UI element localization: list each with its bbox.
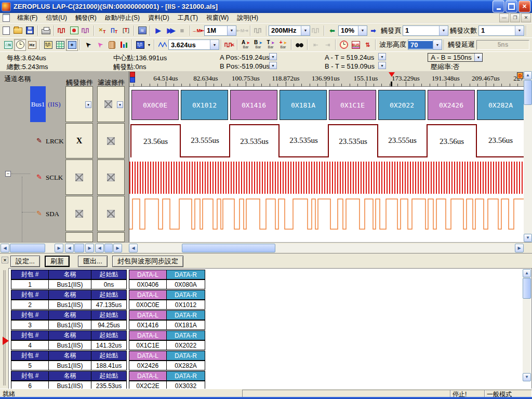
scroll-down-button[interactable]: ▼ bbox=[524, 234, 532, 242]
list-view-button[interactable] bbox=[54, 39, 66, 51]
hand-tool-button[interactable] bbox=[106, 39, 118, 51]
waveform-hscrollbar[interactable]: ◀ ▶ bbox=[129, 244, 524, 252]
bus-segment[interactable]: 0X0C0E bbox=[131, 90, 179, 120]
scroll-thumb[interactable] bbox=[182, 244, 275, 252]
packet-data-row[interactable]: 4 Bus1(IIS) 141.32us 0X1C1E 0X2022 bbox=[11, 340, 205, 350]
waveform-vertical-scrollbar[interactable]: ▲ ▼ bbox=[524, 71, 532, 242]
scroll-left-button[interactable]: ◀ bbox=[129, 244, 138, 252]
find-previous-button[interactable]: ⇤ bbox=[310, 39, 322, 51]
bus-segment[interactable]: 0X181A bbox=[280, 90, 327, 120]
trigger-width-button[interactable]: [T] bbox=[120, 24, 132, 36]
goto-a-bar-button[interactable]: A➤Bar bbox=[240, 38, 252, 51]
time-display-button[interactable] bbox=[14, 39, 26, 51]
scroll-thumb[interactable] bbox=[524, 80, 532, 105]
scroll-right-button[interactable]: ▶ bbox=[113, 244, 122, 252]
scroll-up-button[interactable]: ▲ bbox=[523, 269, 531, 277]
chevron-down-icon[interactable]: ▼ bbox=[439, 26, 448, 35]
a-b-selector[interactable]: A - B = 150ns ▼ bbox=[428, 53, 483, 62]
scroll-left-button[interactable]: ◀ bbox=[95, 244, 104, 252]
sda-filter-cell[interactable] bbox=[97, 196, 125, 231]
scroll-thumb[interactable] bbox=[523, 278, 531, 299]
filter-hscrollbar[interactable]: ◀ ▶ bbox=[95, 244, 122, 252]
lrck-filter-cell[interactable] bbox=[97, 123, 125, 158]
splitter-grip[interactable] bbox=[3, 270, 6, 385]
waveform-height-combo[interactable]: 70 ▼ bbox=[408, 39, 442, 50]
bus-segment[interactable]: 0X1012 bbox=[181, 90, 228, 120]
trigger-pos-left-button[interactable]: ⬅ bbox=[326, 24, 338, 36]
frequency-display-button[interactable]: Hz bbox=[26, 39, 38, 51]
search-button[interactable] bbox=[294, 39, 305, 51]
packet-refresh-button[interactable]: 刷新 bbox=[45, 256, 70, 267]
run-repeat-button[interactable]: ▶▶ bbox=[164, 24, 176, 36]
home-button[interactable]: ⌂N bbox=[2, 39, 14, 51]
trigger-position-combo[interactable]: 10% ▼ bbox=[338, 25, 367, 36]
trigger-hscrollbar[interactable]: ◀ ▶ bbox=[65, 244, 94, 252]
waveform-area[interactable]: 64.514us 82.634us 100.753us 118.872us 13… bbox=[129, 71, 524, 242]
bus-segment[interactable]: 0X1C1E bbox=[329, 90, 376, 120]
bus-segment[interactable]: 0X2426 bbox=[428, 90, 475, 120]
sampling-setup-button[interactable] bbox=[56, 24, 68, 36]
chevron-down-icon[interactable]: ▼ bbox=[210, 40, 219, 49]
bus-filter-cell[interactable]: ▼ bbox=[97, 86, 125, 122]
scroll-down-button[interactable]: ▼ bbox=[523, 373, 531, 381]
menu-window[interactable]: 視窗(W) bbox=[202, 13, 233, 23]
chevron-down-icon[interactable]: ▼ bbox=[515, 26, 524, 35]
memory-depth-button[interactable]: →M⇤ bbox=[192, 24, 204, 36]
chevron-down-icon[interactable]: ▼ bbox=[85, 101, 91, 108]
bus-node[interactable]: Bus1 bbox=[30, 86, 46, 122]
goto-b-bar-button[interactable]: B➤Bar bbox=[252, 38, 264, 51]
new-file-button[interactable] bbox=[0, 24, 12, 36]
display-mode-dropdown[interactable]: ▼ bbox=[146, 39, 152, 51]
waveform-view-button[interactable] bbox=[42, 39, 54, 51]
mdi-minimize-button[interactable]: — bbox=[499, 14, 509, 22]
add-bar-button[interactable]: +➤Bar bbox=[277, 38, 289, 51]
run-button[interactable]: ▶ bbox=[152, 24, 164, 36]
tree-collapse-toggle[interactable]: − bbox=[5, 171, 11, 177]
a-bar-marker[interactable] bbox=[130, 77, 135, 83]
scroll-thumb[interactable] bbox=[10, 244, 45, 252]
pointer-tool-button[interactable]: ➤ bbox=[82, 39, 94, 51]
close-button[interactable]: ✕ bbox=[518, 1, 530, 12]
b-t-dropdown[interactable]: ▼ bbox=[378, 62, 386, 69]
packet-sync-button[interactable]: 封包與波形同步設定 bbox=[112, 256, 183, 267]
bus-edit-button[interactable] bbox=[80, 24, 92, 36]
statistics-button[interactable] bbox=[118, 39, 130, 51]
sclk-waveform-row[interactable] bbox=[129, 162, 524, 194]
bus-decode-button[interactable]: ≋ bbox=[136, 24, 148, 36]
minimize-button[interactable] bbox=[493, 1, 504, 12]
menu-data[interactable]: 資料(D) bbox=[144, 13, 174, 23]
chevron-down-icon[interactable]: ▼ bbox=[227, 26, 236, 35]
data-compare-button[interactable]: ⇅ bbox=[362, 39, 374, 51]
trigger-pulse-button[interactable]: ∏T bbox=[108, 24, 120, 36]
names-hscrollbar[interactable]: ◀ ▶ bbox=[1, 244, 63, 252]
channel-label-lrck[interactable]: LRCK bbox=[46, 137, 64, 145]
compression-button[interactable] bbox=[252, 24, 264, 36]
find-next-button[interactable]: ⇥ bbox=[322, 39, 334, 51]
chevron-down-icon[interactable]: ▼ bbox=[433, 40, 442, 49]
open-file-button[interactable] bbox=[12, 24, 24, 36]
packet-data-row[interactable]: 3 Bus1(IIS) 94.25us 0X1416 0X181A bbox=[11, 320, 205, 330]
chevron-down-icon[interactable]: ▼ bbox=[301, 26, 310, 35]
sampling-frequency-combo[interactable]: 200MHz ▼ bbox=[269, 25, 310, 36]
menu-signal[interactable]: 信號(U) bbox=[42, 13, 71, 23]
zoom-wave-button[interactable] bbox=[156, 39, 168, 51]
sampling-depth-combo[interactable]: 1M ▼ bbox=[204, 25, 236, 36]
channel-label-sda[interactable]: SDA bbox=[46, 210, 59, 218]
sclk-trigger-cell[interactable] bbox=[65, 159, 93, 195]
packet-vertical-scrollbar[interactable]: ▲ ▼ bbox=[523, 269, 531, 381]
b-pos-dropdown[interactable]: ▼ bbox=[269, 62, 277, 69]
scroll-thumb[interactable] bbox=[104, 244, 113, 252]
sclk-filter-cell[interactable] bbox=[97, 159, 125, 195]
lrck-waveform-row[interactable]: 23.56us 23.555us 23.535us 23.535us 23.53… bbox=[129, 123, 524, 159]
display-mode-button[interactable] bbox=[134, 39, 146, 51]
scroll-thumb[interactable] bbox=[74, 244, 84, 252]
channel-label-sclk[interactable]: SCLK bbox=[46, 174, 63, 182]
packet-panel-close-button[interactable]: ✕ bbox=[2, 257, 8, 263]
bus-trigger-cell[interactable]: ▼ bbox=[65, 86, 93, 122]
chevron-down-icon[interactable]: ▼ bbox=[474, 54, 482, 61]
bus-waveform-row[interactable]: 0X0C0E 0X1012 0X1416 0X181A 0X1C1E 0X202… bbox=[129, 87, 524, 123]
document-icon[interactable] bbox=[3, 14, 10, 22]
stack-panel-button[interactable]: ⧉ bbox=[528, 24, 532, 36]
time-per-grid-combo[interactable]: 3.624us ▼ bbox=[168, 39, 219, 50]
mdi-close-button[interactable]: ✕ bbox=[521, 14, 531, 22]
